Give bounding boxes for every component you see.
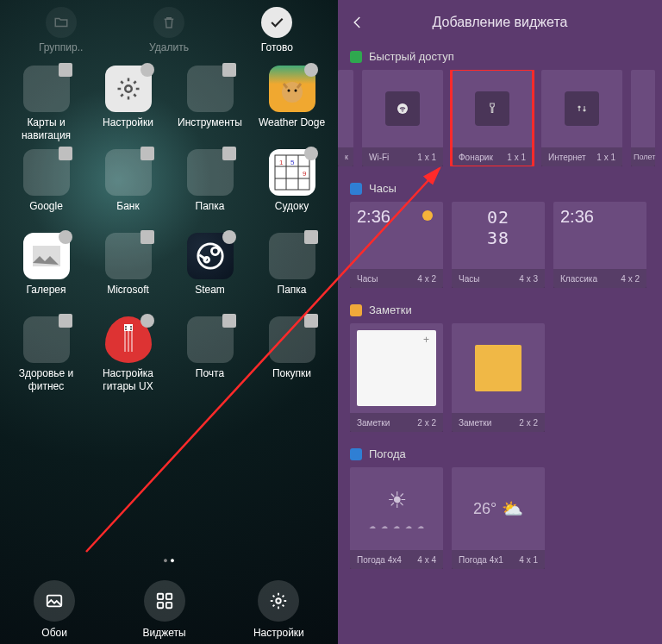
widget-card-clock-2[interactable]: 02 38 Часы4 x 3 (452, 202, 545, 288)
trash-icon (153, 7, 184, 38)
done-action[interactable]: Готово (223, 7, 331, 53)
section-clock: Часы 2:36 Часы4 x 2 02 38 Часы4 x 3 2:36… (338, 182, 662, 298)
widget-card-clock-3[interactable]: 2:36 Классика4 x 2 (553, 202, 646, 288)
app-label: Steam (195, 284, 225, 309)
app-label: Здоровье и фитнес (8, 367, 85, 393)
svg-rect-21 (166, 603, 171, 608)
home-edit-pane: Группир.. Удалить Готово Карты и навигац… (0, 0, 338, 644)
delete-action[interactable]: Удалить (115, 7, 222, 53)
notes-section-title: Заметки (369, 303, 412, 316)
widget-card-clock-1[interactable]: 2:36 Часы4 x 2 (350, 202, 443, 288)
widget-card-notes-2[interactable]: Заметки2 x 2 (452, 323, 545, 432)
wallpapers-button[interactable]: Обои (34, 580, 75, 639)
app-банк[interactable]: Банк (87, 149, 169, 226)
svg-point-13 (125, 326, 127, 328)
page-indicator: ● ● (0, 556, 338, 565)
back-button[interactable] (350, 15, 374, 30)
wallpapers-label: Обои (41, 627, 67, 639)
app-label: Настройки (103, 116, 153, 142)
section-weather: Погода ☀︎ ☁☁☁☁☁ Погода 4x44 x 4 26°⛅ Пог… (338, 447, 662, 579)
app-label: Настройка гитары UX (90, 367, 167, 393)
svg-point-3 (294, 90, 297, 92)
svg-point-0 (125, 85, 132, 92)
app-grid: Карты и навигацияНастройкиИнструментыWea… (0, 53, 338, 393)
widget-card[interactable]: Полет (631, 70, 655, 166)
folder-icon (46, 7, 77, 38)
flashlight-icon (475, 91, 509, 126)
app-покупки[interactable]: Покупки (251, 316, 333, 393)
weather-section-icon (350, 448, 362, 460)
widget-card-flashlight[interactable]: Фонарик1 x 1 (452, 70, 533, 166)
clock-section-icon (350, 183, 362, 195)
widget-picker-pane: Добавление виджета Быстрый доступ к Wi-F… (338, 0, 662, 644)
settings-label: Настройки (253, 627, 304, 639)
app-настройка-гитары-ux[interactable]: Настройка гитары UX (87, 316, 169, 393)
widget-card-weather-2[interactable]: 26°⛅ Погода 4x14 x 1 (452, 467, 545, 569)
app-label: Галерея (26, 284, 66, 309)
app-label: Инструменты (178, 116, 242, 142)
widget-title: Добавление виджета (350, 15, 650, 30)
section-notes: Заметки + Заметки2 x 2 Заметки2 x 2 (338, 303, 662, 442)
note-yellow-preview (475, 345, 521, 391)
widget-card-notes-1[interactable]: + Заметки2 x 2 (350, 323, 443, 432)
svg-point-24 (397, 103, 408, 114)
wifi-icon (385, 91, 420, 126)
app-label: Google (29, 200, 63, 226)
app-label: Папка (278, 284, 307, 309)
app-label: Судоку (275, 200, 309, 226)
app-steam[interactable]: Steam (169, 233, 251, 309)
quick-section-title: Быстрый доступ (369, 50, 454, 63)
check-icon (261, 7, 292, 38)
data-icon (565, 91, 599, 126)
notes-section-icon (350, 304, 362, 316)
app-папка[interactable]: Папка (251, 233, 333, 309)
app-google[interactable]: Google (5, 149, 87, 226)
widgets-label: Виджеты (142, 627, 185, 639)
suncloud-icon: ⛅ (502, 498, 523, 519)
top-actions: Группир.. Удалить Готово (0, 0, 338, 53)
widget-card[interactable]: к (338, 70, 353, 166)
group-label: Группир.. (39, 41, 83, 53)
svg-text:1: 1 (279, 159, 284, 166)
app-судоку[interactable]: 159Судоку (251, 149, 333, 226)
widget-card-wifi[interactable]: Wi-Fi1 x 1 (362, 70, 443, 166)
sun-icon: ☀︎ (387, 487, 407, 514)
section-quick: Быстрый доступ к Wi-Fi1 x 1 Фонарик1 x 1… (338, 50, 662, 177)
app-label: Папка (196, 200, 225, 226)
app-карты-и-навигация[interactable]: Карты и навигация (5, 66, 87, 142)
app-галерея[interactable]: Галерея (5, 233, 87, 309)
app-weather-doge[interactable]: Weather Doge (251, 66, 333, 142)
delete-label: Удалить (149, 41, 189, 53)
app-label: Банк (116, 200, 139, 226)
app-label: Покупки (272, 367, 311, 393)
svg-point-25 (402, 110, 403, 112)
app-настройки[interactable]: Настройки (87, 66, 169, 142)
app-microsoft[interactable]: Microsoft (87, 233, 169, 309)
group-action[interactable]: Группир.. (7, 7, 115, 53)
svg-text:9: 9 (303, 170, 307, 178)
app-папка[interactable]: Папка (169, 149, 251, 226)
note-white-preview: + (357, 330, 436, 406)
done-label: Готово (261, 41, 293, 53)
app-здоровье-и-фитнес[interactable]: Здоровье и фитнес (5, 316, 87, 393)
widget-card-internet[interactable]: Интернет1 x 1 (541, 70, 622, 166)
settings-button[interactable]: Настройки (253, 580, 304, 639)
bottom-bar: Обои Виджеты Настройки (0, 580, 338, 639)
svg-point-2 (287, 90, 290, 92)
quick-section-icon (350, 51, 362, 63)
widget-card-weather-1[interactable]: ☀︎ ☁☁☁☁☁ Погода 4x44 x 4 (350, 467, 443, 569)
svg-rect-20 (157, 603, 162, 608)
app-label: Карты и навигация (8, 116, 85, 142)
app-инструменты[interactable]: Инструменты (169, 66, 251, 142)
svg-point-14 (130, 326, 132, 328)
svg-point-10 (211, 247, 219, 255)
svg-rect-19 (166, 594, 171, 599)
clock-section-title: Часы (369, 182, 397, 195)
gear-icon (258, 580, 299, 622)
svg-rect-18 (157, 594, 162, 599)
widgets-button[interactable]: Виджеты (142, 580, 185, 639)
app-почта[interactable]: Почта (169, 316, 251, 393)
svg-point-16 (130, 328, 132, 330)
widgets-icon (144, 580, 185, 622)
svg-text:5: 5 (290, 159, 295, 166)
